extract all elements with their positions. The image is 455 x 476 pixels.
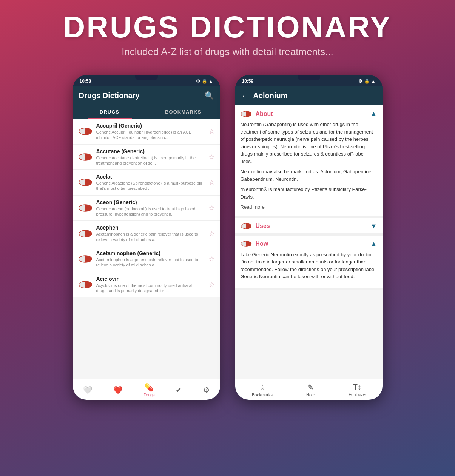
section-about: About ▲ Neurontin (Gabapentin) is used w… xyxy=(235,105,383,218)
nav-item-check[interactable]: ✔ xyxy=(176,385,182,394)
signal-icon-right: ▲ xyxy=(371,79,376,84)
nav-note[interactable]: ✎ Note xyxy=(306,383,315,397)
detail-content: About ▲ Neurontin (Gabapentin) is used w… xyxy=(235,105,383,379)
bookmark-star-3[interactable]: ☆ xyxy=(209,204,215,212)
bookmark-star-4[interactable]: ☆ xyxy=(209,230,215,238)
read-more-link[interactable]: Read more xyxy=(241,204,265,210)
drug-name-4: Acephen xyxy=(96,225,205,231)
pill-uses-icon xyxy=(241,223,252,229)
drug-item-2[interactable]: Acelat Generic Aldactone (Spironolactone… xyxy=(73,170,220,196)
phone-notch-right xyxy=(298,75,320,80)
drug-item-4[interactable]: Acephen Acetaminophen is a generic pain … xyxy=(73,221,220,246)
signal-icon: ▲ xyxy=(209,79,213,84)
drug-icon-1 xyxy=(78,150,93,164)
bookmark-star-6[interactable]: ☆ xyxy=(209,280,215,289)
drug-item-0[interactable]: Accupril (Generic) Generic Accupril (qui… xyxy=(73,119,220,145)
drug-name-0: Accupril (Generic) xyxy=(96,123,205,129)
lock-icon: 🔒 xyxy=(202,79,207,84)
drug-desc-2: Generic Aldactone (Spironolactone) is a … xyxy=(96,180,205,191)
bookmark-star-2[interactable]: ☆ xyxy=(209,178,215,186)
pill-how-icon xyxy=(241,241,252,247)
drug-text-6: Aciclovir Acyclovir is one of the most c… xyxy=(96,276,205,294)
section-uses: Uses ▼ xyxy=(235,218,383,236)
drug-icon-6 xyxy=(78,277,93,292)
about-text-extra2: *Neurontin® is manufactured by Pfizer's … xyxy=(241,186,377,200)
app-title-right: Aclonium xyxy=(253,91,376,100)
section-how-title: How xyxy=(256,240,367,247)
chevron-how[interactable]: ▲ xyxy=(370,240,377,248)
drug-text-5: Acetaminophen (Generic) Acetaminophen is… xyxy=(96,250,205,268)
main-title: DRUGS DICTIONARY xyxy=(0,12,455,42)
status-icons-left: ⚙ 🔒 ▲ xyxy=(196,79,213,84)
pill-about-icon xyxy=(241,111,252,117)
drug-item-5[interactable]: Acetaminophen (Generic) Acetaminophen is… xyxy=(73,246,220,272)
section-uses-header[interactable]: Uses ▼ xyxy=(235,218,383,233)
drug-list: Accupril (Generic) Generic Accupril (qui… xyxy=(73,119,220,379)
tab-drugs[interactable]: DRUGS xyxy=(73,105,147,119)
bookmark-star-0[interactable]: ☆ xyxy=(209,127,215,136)
settings-icon: ⚙ xyxy=(196,79,200,84)
drug-icon-3 xyxy=(78,201,93,215)
back-button[interactable]: ← xyxy=(241,91,249,100)
drug-item-3[interactable]: Aceon (Generic) Generic Aceon (perindopr… xyxy=(73,196,220,221)
bookmark-star-1[interactable]: ☆ xyxy=(209,153,215,161)
drug-text-1: Accutane (Generic) Generic Accutane (Iso… xyxy=(96,148,205,166)
phone-right: 10:59 ⚙ 🔒 ▲ ← Aclonium About xyxy=(235,75,383,400)
section-how: How ▲ Take Generic Neurontin exactly as … xyxy=(235,236,383,290)
drug-name-5: Acetaminophen (Generic) xyxy=(96,250,205,256)
drug-text-4: Acephen Acetaminophen is a generic pain … xyxy=(96,225,205,242)
section-about-body: Neurontin (Gabapentin) is used with othe… xyxy=(235,121,383,216)
nav-item-settings[interactable]: ⚙ xyxy=(203,385,210,394)
pill-svg-1 xyxy=(79,153,92,161)
drug-item-1[interactable]: Accutane (Generic) Generic Accutane (Iso… xyxy=(73,145,220,170)
nav-label-note: Note xyxy=(306,393,315,397)
tab-bookmarks[interactable]: BOOKMARKS xyxy=(147,105,220,119)
drug-desc-5: Acetaminophen is a generic pain reliever… xyxy=(96,257,205,268)
section-about-title: About xyxy=(256,111,367,117)
drug-name-1: Accutane (Generic) xyxy=(96,148,205,154)
drug-desc-6: Acyclovir is one of the most commonly us… xyxy=(96,283,205,294)
drug-text-3: Aceon (Generic) Generic Aceon (perindopr… xyxy=(96,199,205,217)
drug-icon-0 xyxy=(78,124,93,139)
drug-icon-5 xyxy=(78,252,93,266)
pill-svg-2 xyxy=(79,179,92,186)
chevron-uses[interactable]: ▼ xyxy=(370,222,377,230)
drug-icon-2 xyxy=(78,175,93,189)
nav-item-heart-outline[interactable]: 🤍 xyxy=(83,385,93,394)
how-text: Take Generic Neurontin exactly as prescr… xyxy=(241,251,377,280)
heart-outline-icon: 🤍 xyxy=(83,385,93,394)
pill-svg-6 xyxy=(79,281,92,288)
header-section: DRUGS DICTIONARY Included A-Z list of dr… xyxy=(0,0,455,65)
heart-icon: ❤️ xyxy=(113,385,123,394)
chevron-about[interactable]: ▲ xyxy=(370,110,377,118)
drug-item-6[interactable]: Aciclovir Acyclovir is one of the most c… xyxy=(73,272,220,298)
pill-nav-icon: 💊 xyxy=(144,383,154,392)
drug-name-2: Acelat xyxy=(96,174,205,180)
status-time-left: 10:58 xyxy=(80,79,91,84)
bottom-nav-left: 🤍 ❤️ 💊 Drugs ✔ ⚙ xyxy=(73,379,220,400)
drug-text-0: Accupril (Generic) Generic Accupril (qui… xyxy=(96,123,205,140)
section-how-header[interactable]: How ▲ xyxy=(235,236,383,251)
nav-font-size[interactable]: T↕ Font size xyxy=(349,383,366,397)
pill-svg-0 xyxy=(79,128,92,135)
nav-bookmarks[interactable]: ☆ Bookmarks xyxy=(252,383,273,397)
gear-nav-icon: ⚙ xyxy=(203,385,210,394)
pill-svg-3 xyxy=(79,204,92,212)
bottom-nav-right: ☆ Bookmarks ✎ Note T↕ Font size xyxy=(235,379,383,400)
nav-label-bookmarks: Bookmarks xyxy=(252,393,273,397)
nav-label-font-size: Font size xyxy=(349,392,366,397)
status-icons-right: ⚙ 🔒 ▲ xyxy=(358,79,376,84)
nav-item-heart[interactable]: ❤️ xyxy=(113,385,123,394)
star-nav-icon: ☆ xyxy=(259,383,266,392)
settings-icon-right: ⚙ xyxy=(358,79,362,84)
nav-item-drugs[interactable]: 💊 Drugs xyxy=(143,383,154,397)
pill-svg-5 xyxy=(79,255,92,263)
drug-desc-0: Generic Accupril (quinapril hydrochlorid… xyxy=(96,129,205,140)
app-bar-right: ← Aclonium xyxy=(235,86,383,105)
drug-name-3: Aceon (Generic) xyxy=(96,199,205,205)
section-about-header[interactable]: About ▲ xyxy=(235,105,383,121)
drug-icon-4 xyxy=(78,226,93,241)
bookmark-star-5[interactable]: ☆ xyxy=(209,255,215,263)
pill-svg-4 xyxy=(79,230,92,237)
search-icon[interactable]: 🔍 xyxy=(205,91,214,100)
